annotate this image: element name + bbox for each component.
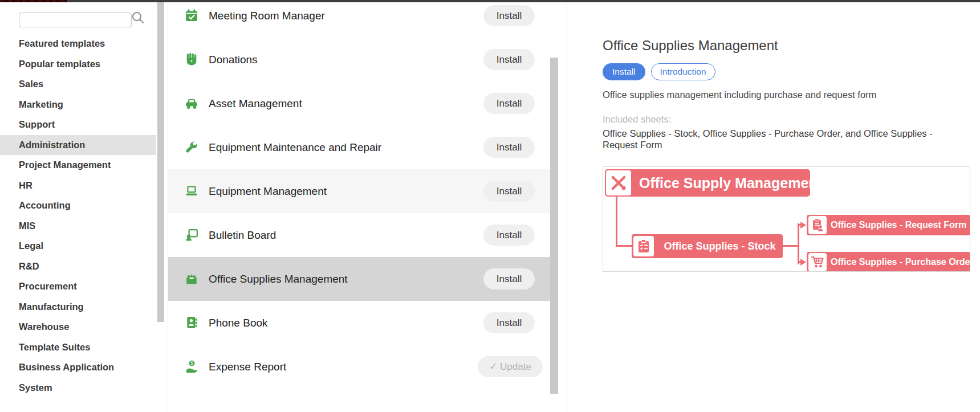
template-name: Phone Book bbox=[209, 301, 268, 345]
donation-hand-icon bbox=[185, 53, 198, 66]
template-list-scrollbar[interactable] bbox=[550, 58, 558, 394]
car-icon bbox=[185, 97, 198, 109]
connector-line bbox=[783, 245, 799, 247]
template-description: Office supplies management including pur… bbox=[603, 89, 876, 100]
template-row-equipment-management[interactable]: Equipment ManagementInstall bbox=[168, 169, 556, 213]
template-row-phone-book[interactable]: Phone BookInstall bbox=[168, 301, 556, 345]
preview-node-label: Office Supplies - Request Form bbox=[807, 215, 970, 235]
template-row-office-supplies-management[interactable]: Office Supplies ManagementInstall bbox=[168, 257, 556, 301]
shopping-cart-icon bbox=[808, 253, 827, 271]
install-button[interactable]: Install bbox=[483, 312, 535, 333]
crossed-tools-icon bbox=[606, 170, 631, 195]
install-button[interactable]: Install bbox=[603, 63, 645, 80]
template-row-equipment-maintenance-and-repair[interactable]: Equipment Maintenance and RepairInstall bbox=[168, 125, 556, 169]
laptop-icon bbox=[185, 185, 198, 197]
sidebar-item-r-d[interactable]: R&D bbox=[0, 256, 156, 277]
install-button[interactable]: Install bbox=[483, 225, 535, 246]
install-button[interactable]: Install bbox=[483, 137, 535, 158]
template-install-dialog: Featured templatesPopular templatesSales… bbox=[0, 0, 980, 412]
sidebar-item-sales[interactable]: Sales bbox=[0, 74, 156, 95]
sidebar-item-accounting[interactable]: Accounting bbox=[0, 195, 156, 216]
sidebar-item-business-application[interactable]: Business Application bbox=[0, 357, 156, 378]
preview-node-purchase-order: Office Supplies - Purchase Order bbox=[807, 252, 970, 272]
template-name: Asset Management bbox=[209, 81, 302, 125]
introduction-button[interactable]: Introduction bbox=[651, 63, 715, 80]
template-name: Equipment Management bbox=[209, 169, 327, 213]
install-button[interactable]: Install bbox=[483, 49, 535, 70]
connector-line bbox=[616, 197, 617, 247]
template-list-panel: Meeting Room ManagerInstallDonationsInst… bbox=[168, 2, 571, 412]
template-row-asset-management[interactable]: Asset ManagementInstall bbox=[168, 81, 556, 125]
clipboard-checklist-icon bbox=[633, 236, 654, 256]
template-name: Office Supplies Management bbox=[209, 257, 348, 301]
panel-divider bbox=[567, 2, 567, 412]
sidebar-item-administration[interactable]: Administration bbox=[0, 135, 156, 156]
category-list: Featured templatesPopular templatesSales… bbox=[0, 34, 168, 393]
arrow-icon bbox=[800, 222, 806, 229]
template-row-donations[interactable]: DonationsInstall bbox=[168, 38, 556, 81]
sidebar-item-popular-templates[interactable]: Popular templates bbox=[0, 54, 156, 75]
sidebar-item-project-management[interactable]: Project Management bbox=[0, 155, 156, 176]
template-row-bulletin-board[interactable]: Bulletin BoardInstall bbox=[168, 213, 556, 257]
request-form-icon bbox=[808, 216, 827, 234]
supply-box-icon bbox=[185, 272, 198, 285]
sidebar-item-hr[interactable]: HR bbox=[0, 176, 156, 196]
template-title: Office Supplies Management bbox=[603, 38, 778, 54]
template-name: Donations bbox=[209, 38, 258, 81]
svg-text:$: $ bbox=[190, 360, 193, 366]
sidebar-item-procurement[interactable]: Procurement bbox=[0, 276, 156, 297]
sidebar-item-featured-templates[interactable]: Featured templates bbox=[0, 34, 156, 54]
sidebar-item-support[interactable]: Support bbox=[0, 115, 156, 135]
install-button[interactable]: Install bbox=[483, 181, 535, 202]
expense-hand-icon: $ bbox=[185, 360, 198, 373]
preview-node-stock: Office Supplies - Stock bbox=[632, 234, 783, 258]
install-button[interactable]: Install bbox=[483, 5, 535, 26]
template-name: Bulletin Board bbox=[209, 213, 276, 257]
sidebar-scrollbar[interactable] bbox=[157, 2, 164, 322]
install-button[interactable]: Install bbox=[483, 268, 535, 289]
template-name: Meeting Room Manager bbox=[209, 2, 325, 38]
template-name: Equipment Maintenance and Repair bbox=[209, 125, 381, 169]
sidebar-item-warehouse[interactable]: Warehouse bbox=[0, 317, 156, 337]
sidebar-item-marketing[interactable]: Marketing bbox=[0, 95, 156, 115]
category-sidebar: Featured templatesPopular templatesSales… bbox=[0, 2, 168, 393]
template-name: Expense Report bbox=[209, 345, 286, 389]
update-button[interactable]: ✓ Update bbox=[478, 356, 543, 377]
install-button[interactable]: Install bbox=[483, 93, 535, 114]
search-icon[interactable] bbox=[131, 11, 145, 27]
calendar-check-icon bbox=[185, 9, 198, 22]
preview-node-label: Office Supplies - Stock bbox=[632, 234, 783, 258]
sidebar-item-mis[interactable]: MIS bbox=[0, 216, 156, 236]
preview-node-label: Office Supplies - Purchase Order bbox=[807, 252, 970, 272]
connector-line bbox=[798, 223, 799, 264]
included-sheets-text: Office Supplies - Stock, Office Supplies… bbox=[603, 128, 933, 150]
preview-header-label: Office Supply Management bbox=[639, 169, 822, 197]
included-sheets-label: Included sheets: bbox=[603, 114, 671, 125]
template-list: Meeting Room ManagerInstallDonationsInst… bbox=[168, 2, 556, 389]
arrow-icon bbox=[800, 259, 806, 266]
template-preview-image: Office Supply Management Office Supplies… bbox=[603, 166, 970, 272]
wrench-icon bbox=[185, 141, 198, 153]
template-row-expense-report[interactable]: $Expense Report✓ Update bbox=[168, 345, 556, 389]
preview-node-request-form: Office Supplies - Request Form bbox=[807, 215, 970, 235]
sidebar-item-system[interactable]: System bbox=[0, 378, 156, 394]
address-book-icon bbox=[185, 316, 198, 329]
sidebar-item-template-suites[interactable]: Template Suites bbox=[0, 337, 156, 358]
bulletin-board-icon bbox=[185, 229, 198, 241]
sidebar-item-legal[interactable]: Legal bbox=[0, 236, 156, 256]
preview-header-node: Office Supply Management bbox=[605, 169, 810, 197]
template-row-meeting-room-manager[interactable]: Meeting Room ManagerInstall bbox=[168, 2, 556, 38]
connector-line bbox=[616, 245, 633, 247]
sidebar-item-manufacturing[interactable]: Manufacturing bbox=[0, 297, 156, 317]
template-search-input[interactable] bbox=[19, 13, 132, 27]
